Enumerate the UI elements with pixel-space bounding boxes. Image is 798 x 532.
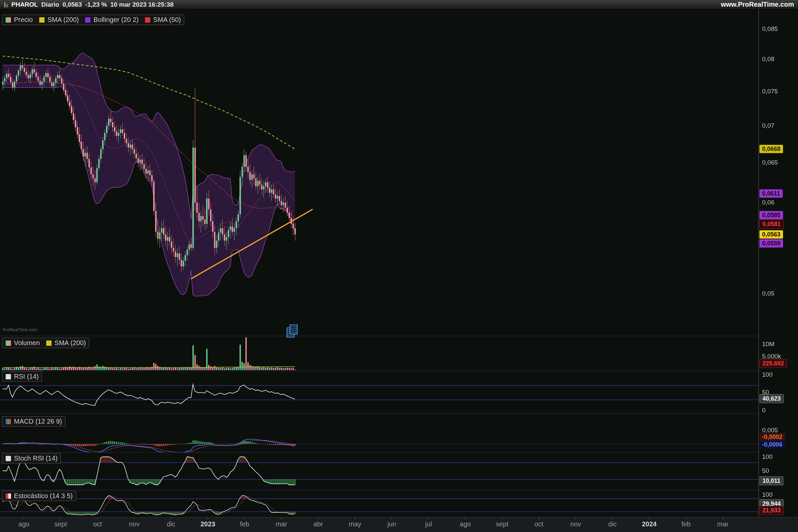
- time-label: may: [349, 520, 361, 528]
- indicator-value-badge: 40,623: [759, 394, 784, 403]
- time-label: abr: [314, 520, 323, 528]
- time-label: jun: [387, 520, 396, 528]
- volume-legend: VolumenSMA (200): [2, 338, 89, 348]
- legend-item-sma-200-[interactable]: SMA (200): [46, 339, 86, 347]
- panel-axis-label: 50: [762, 467, 769, 474]
- yellow-swatch-icon: [39, 17, 45, 23]
- main-chart-legend: PrecioSMA (200)Bollinger (20 2)SMA (50): [2, 15, 184, 25]
- price-tick: 0,06: [762, 199, 774, 206]
- panel-axis-label: 100: [762, 453, 773, 460]
- prorealtime-link[interactable]: www.ProRealTime.com: [721, 1, 794, 8]
- legend-label: Estocástico (14 3 5): [14, 492, 73, 500]
- quote-datetime: 10 mar 2023 16:25:38: [110, 1, 174, 8]
- time-label: oct: [534, 520, 543, 528]
- price-badge-boll: 0,0611: [759, 190, 783, 198]
- time-label: nov: [129, 520, 140, 528]
- symbol-name: PHAROL: [11, 1, 38, 8]
- price-tick: 0,08: [762, 56, 774, 63]
- legend-item-sma-200-[interactable]: SMA (200): [39, 16, 79, 24]
- legend-item-volumen[interactable]: Volumen: [5, 339, 40, 347]
- legend-item-bollinger-20-2-[interactable]: Bollinger (20 2): [85, 16, 139, 24]
- indicator-value-badge: 10,011: [759, 476, 783, 486]
- price-badge-boll: 0,0559: [759, 239, 783, 247]
- pair-swatch-icon: [5, 17, 11, 23]
- legend-label: SMA (200): [48, 16, 79, 24]
- indicator-value-badge: -0,0002: [759, 433, 785, 441]
- time-label: feb: [681, 520, 690, 528]
- price-change: -1,23 %: [85, 1, 107, 8]
- price-badge-sma200: 0,0668: [759, 145, 783, 153]
- macd-legend: MACD (12 26 9): [2, 416, 65, 426]
- legend-item-rsi-14-[interactable]: RSI (14): [5, 373, 39, 380]
- time-label: dic: [608, 520, 617, 528]
- time-label: ago: [18, 520, 29, 528]
- price-badge-last: 0,0563: [759, 230, 783, 239]
- candlestick-icon: [4, 2, 8, 7]
- white-swatch-icon: [5, 374, 11, 380]
- legend-label: Bollinger (20 2): [93, 16, 139, 24]
- legend-item-precio[interactable]: Precio: [5, 16, 33, 24]
- price-badge-sma50: 0,0581: [759, 220, 784, 229]
- time-axis[interactable]: agoseptoctnovdic2023febmarabrmayjunjulag…: [0, 517, 798, 532]
- legend-item-sma-50-[interactable]: SMA (50): [145, 16, 181, 24]
- panel-axis-label: 100: [762, 491, 773, 498]
- last-price: 0,0563: [62, 1, 82, 8]
- pair-swatch-icon: [5, 340, 11, 346]
- chart-canvas[interactable]: [0, 0, 798, 532]
- panel-axis-label: 0: [762, 407, 766, 414]
- legend-label: Volumen: [14, 339, 40, 347]
- indicator-value-badge: 225.692: [759, 359, 787, 368]
- legend-label: SMA (200): [55, 339, 86, 347]
- time-label: 2023: [201, 520, 215, 528]
- stoch-swatch-icon: [5, 493, 11, 499]
- price-tick: 0,07: [762, 122, 774, 129]
- red-swatch-icon: [145, 17, 151, 23]
- price-badge-boll: 0,0585: [759, 211, 783, 220]
- yellow-swatch-icon: [46, 340, 52, 346]
- price-tick: 0,075: [762, 88, 778, 95]
- legend-label: Stoch RSI (14): [14, 455, 58, 462]
- indicator-value-badge: -0,0006: [759, 440, 785, 449]
- panel-axis-label: 10M: [762, 341, 774, 348]
- time-label: mar: [276, 520, 287, 528]
- time-label: ago: [460, 520, 471, 528]
- legend-label: SMA (50): [153, 16, 181, 24]
- time-label: oct: [93, 520, 102, 528]
- rsi-legend: RSI (14): [2, 372, 42, 382]
- legend-label: Precio: [14, 16, 33, 24]
- price-tick: 0,05: [762, 290, 774, 297]
- price-tick: 0,085: [762, 25, 778, 33]
- stochrsi-legend: Stoch RSI (14): [2, 453, 61, 463]
- time-label: jul: [425, 520, 432, 528]
- time-label: feb: [240, 520, 249, 528]
- indicator-value-badge: 21,933: [759, 506, 784, 515]
- legend-label: RSI (14): [14, 373, 39, 380]
- title-bar: PHAROL Diario 0,0563 -1,23 % 10 mar 2023…: [0, 0, 798, 9]
- prorealtime-window: PHAROL Diario 0,0563 -1,23 % 10 mar 2023…: [0, 0, 798, 532]
- stochastic-legend: Estocástico (14 3 5): [2, 491, 76, 501]
- time-label: sept: [55, 520, 67, 528]
- panel-axis-label: 100: [762, 371, 773, 378]
- instrument-summary: PHAROL Diario 0,0563 -1,23 % 10 mar 2023…: [4, 1, 174, 8]
- time-label: nov: [570, 520, 581, 528]
- purple-swatch-icon: [85, 17, 91, 23]
- time-label: sept: [496, 520, 508, 528]
- legend-label: MACD (12 26 9): [14, 418, 62, 425]
- time-label: mar: [717, 520, 728, 528]
- copy-page-front-icon: [290, 324, 298, 335]
- time-label: dic: [167, 520, 175, 528]
- legend-item-estoc-stico-14-3-5-[interactable]: Estocástico (14 3 5): [5, 492, 73, 500]
- watermark: ProRealTime.com: [3, 327, 37, 332]
- white-swatch-icon: [5, 456, 11, 461]
- macd-swatch-icon: [5, 419, 11, 424]
- price-tick: 0,065: [762, 159, 778, 166]
- legend-item-macd-12-26-9-[interactable]: MACD (12 26 9): [5, 418, 62, 425]
- legend-item-stoch-rsi-14-[interactable]: Stoch RSI (14): [5, 455, 58, 462]
- time-label: 2024: [642, 520, 657, 528]
- copy-chart-icon[interactable]: [287, 324, 299, 337]
- timeframe-label: Diario: [41, 1, 59, 8]
